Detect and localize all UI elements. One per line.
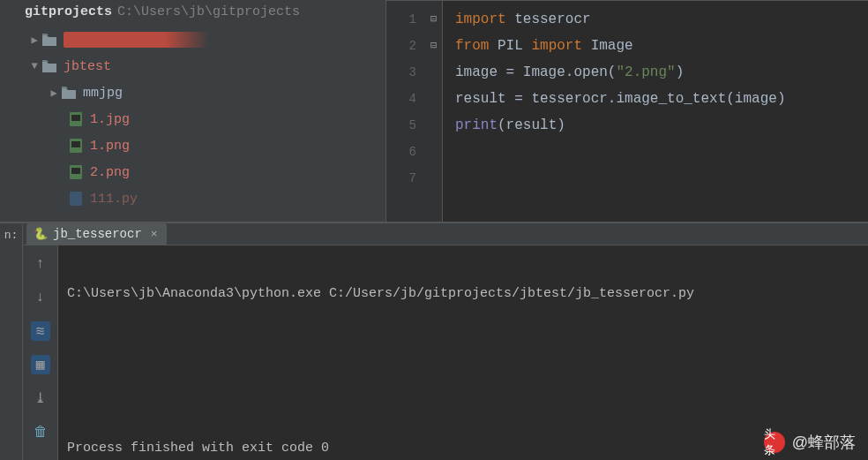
image-file-icon xyxy=(67,139,85,153)
svg-rect-3 xyxy=(71,141,80,147)
export-button[interactable]: ⤓ xyxy=(31,388,50,408)
toggle-soft-wrap-button[interactable]: ≋ xyxy=(31,321,50,341)
tree-file[interactable]: 1.png xyxy=(4,132,385,159)
tree-label: mmjpg xyxy=(83,86,123,101)
run-tab-bar: 🐍 jb_tesserocr × xyxy=(23,223,868,245)
tree-label: 1.png xyxy=(90,139,130,154)
scroll-down-button[interactable]: ↓ xyxy=(31,288,50,307)
watermark-logo: 头条 xyxy=(764,432,785,453)
svg-rect-1 xyxy=(71,115,80,121)
breadcrumb-path: C:\Users\jb\gitprojects xyxy=(117,4,300,19)
rerun-button[interactable]: ↑ xyxy=(31,254,50,274)
tree-file[interactable]: 111.py xyxy=(4,185,385,212)
python-file-icon xyxy=(67,192,85,206)
tree-folder-redacted[interactable]: ▶ xyxy=(4,26,385,53)
tree-label: jbtest xyxy=(64,59,111,74)
code-area[interactable]: import tesserocrfrom PIL import Imageima… xyxy=(443,1,785,222)
run-side-label: n: xyxy=(0,223,23,460)
chevron-down-icon[interactable]: ▼ xyxy=(28,60,41,72)
tree-label: 1.jpg xyxy=(90,112,130,127)
tree-label: 2.png xyxy=(90,165,130,180)
project-tree[interactable]: ▶ ▼ jbtest ▶ mmjpg xyxy=(0,23,385,212)
svg-rect-5 xyxy=(71,168,80,174)
fold-marker-icon[interactable]: ⊟ xyxy=(425,33,442,59)
run-tool-window: n: 🐍 jb_tesserocr × ↑ ↓ ≋ ▦ ⤓ 🗑 C:\Users… xyxy=(0,222,868,460)
chevron-right-icon[interactable]: ▶ xyxy=(48,87,60,100)
python-icon: 🐍 xyxy=(34,227,48,241)
clear-button[interactable]: 🗑 xyxy=(31,422,50,441)
run-tab-label: jb_tesserocr xyxy=(53,227,142,241)
close-icon[interactable]: × xyxy=(151,228,158,241)
console-output[interactable]: C:\Users\jb\Anaconda3\python.exe C:/User… xyxy=(58,245,868,460)
watermark: 头条 @蜂部落 xyxy=(764,432,856,453)
watermark-text: @蜂部落 xyxy=(792,432,856,453)
console-toolbar: ↑ ↓ ≋ ▦ ⤓ 🗑 xyxy=(23,245,58,460)
tree-file[interactable]: 1.jpg xyxy=(4,106,385,132)
chevron-right-icon[interactable]: ▶ xyxy=(28,34,41,47)
svg-rect-6 xyxy=(70,192,82,206)
project-sidebar: gitprojects C:\Users\jb\gitprojects ▶ ▼ … xyxy=(0,0,386,222)
console-command-line: C:\Users\jb\Anaconda3\python.exe C:/User… xyxy=(67,286,859,301)
code-editor[interactable]: 1234567 ⊟ ⊟ import tesserocrfrom PIL imp… xyxy=(386,0,868,222)
tree-folder-jbtest[interactable]: ▼ jbtest xyxy=(4,53,385,79)
tree-folder-mmjpg[interactable]: ▶ mmjpg xyxy=(4,79,385,106)
image-file-icon xyxy=(67,165,85,179)
folder-icon xyxy=(41,34,58,46)
folder-icon xyxy=(41,60,58,72)
image-file-icon xyxy=(67,112,85,126)
fold-column[interactable]: ⊟ ⊟ xyxy=(425,1,443,222)
print-button[interactable]: ▦ xyxy=(31,355,50,374)
console-exit-line: Process finished with exit code 0 xyxy=(67,441,859,456)
fold-marker-icon[interactable]: ⊟ xyxy=(425,6,442,33)
breadcrumb[interactable]: gitprojects C:\Users\jb\gitprojects xyxy=(0,0,385,23)
folder-icon xyxy=(60,87,78,99)
redacted-label xyxy=(64,32,209,48)
breadcrumb-root[interactable]: gitprojects xyxy=(25,4,112,19)
run-tab[interactable]: 🐍 jb_tesserocr × xyxy=(26,223,167,245)
line-gutter: 1234567 xyxy=(386,1,425,222)
tree-label: 111.py xyxy=(90,192,138,207)
tree-file[interactable]: 2.png xyxy=(4,159,385,185)
